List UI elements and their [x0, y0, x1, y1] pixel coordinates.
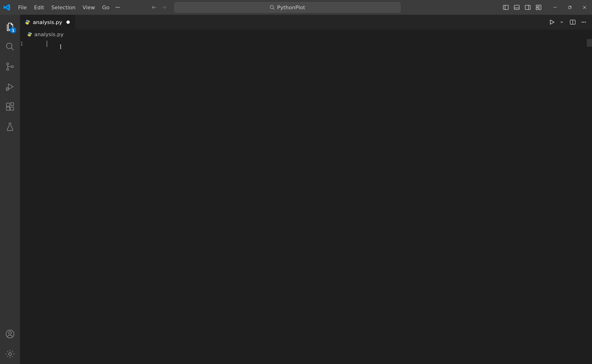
toggle-primary-sidebar-icon[interactable]: [501, 3, 511, 12]
activity-accounts[interactable]: [0, 324, 20, 344]
activity-source-control[interactable]: [0, 57, 20, 77]
svg-rect-11: [536, 8, 538, 10]
nav-back-icon[interactable]: [150, 3, 159, 12]
titlebar: File Edit Selection View Go PythonPlot: [0, 0, 592, 15]
line-number: 1: [20, 40, 36, 48]
menu-view[interactable]: View: [79, 3, 98, 12]
customize-layout-icon[interactable]: [534, 3, 543, 12]
python-file-icon: [25, 20, 30, 25]
toggle-secondary-sidebar-icon[interactable]: [523, 3, 533, 12]
svg-point-27: [9, 332, 11, 334]
svg-point-35: [585, 22, 586, 23]
workbench-body: 1: [0, 15, 592, 364]
svg-rect-23: [7, 107, 10, 110]
app-window: File Edit Selection View Go PythonPlot: [0, 0, 592, 364]
editor-area: analysis.py: [20, 15, 592, 364]
svg-rect-22: [7, 103, 10, 106]
breadcrumb[interactable]: analysis.py: [20, 30, 592, 39]
overview-ruler[interactable]: [587, 39, 592, 364]
svg-rect-6: [514, 5, 519, 10]
code-content[interactable]: I: [44, 39, 592, 364]
tab-analysis-py[interactable]: analysis.py: [20, 15, 75, 30]
svg-point-20: [11, 66, 13, 68]
svg-point-34: [583, 22, 584, 23]
svg-point-17: [7, 43, 12, 49]
window-restore-icon[interactable]: [562, 0, 577, 15]
editor-more-icon[interactable]: [579, 17, 589, 27]
activity-search[interactable]: [0, 37, 20, 57]
run-file-button[interactable]: [548, 19, 556, 26]
svg-point-19: [7, 69, 9, 71]
text-cursor-icon: [47, 41, 47, 47]
nav-forward-icon[interactable]: [160, 3, 169, 12]
svg-rect-25: [11, 103, 13, 105]
toggle-panel-icon[interactable]: [512, 3, 521, 12]
overview-thumb[interactable]: [587, 39, 592, 47]
activity-run-debug[interactable]: [0, 77, 20, 97]
menu-go[interactable]: Go: [99, 3, 113, 12]
breadcrumb-label: analysis.py: [34, 32, 64, 37]
activity-settings[interactable]: [0, 344, 20, 364]
menu-more-icon[interactable]: [113, 3, 122, 12]
nav-arrows: [150, 3, 169, 12]
svg-point-29: [26, 20, 27, 21]
command-center-search[interactable]: PythonPlot: [174, 2, 401, 13]
search-text: PythonPlot: [277, 5, 305, 11]
run-dropdown-icon[interactable]: [557, 17, 567, 27]
svg-point-36: [29, 32, 29, 33]
svg-point-37: [30, 35, 30, 36]
menu-bar: File Edit Selection View Go: [15, 3, 122, 12]
svg-point-33: [581, 22, 582, 23]
activity-testing[interactable]: [0, 117, 20, 137]
svg-rect-14: [568, 7, 571, 9]
editor-actions: [548, 15, 592, 30]
svg-point-0: [116, 7, 117, 8]
code-editor[interactable]: 1 I: [20, 39, 592, 364]
tab-dirty-indicator-icon[interactable]: [66, 20, 70, 24]
svg-point-1: [117, 7, 118, 8]
window-minimize-icon[interactable]: [548, 0, 562, 15]
split-editor-icon[interactable]: [568, 17, 578, 27]
svg-rect-12: [539, 5, 541, 10]
menu-file[interactable]: File: [15, 3, 30, 12]
search-icon: [270, 5, 275, 10]
svg-rect-8: [525, 5, 530, 10]
svg-rect-10: [536, 5, 538, 7]
activity-extensions[interactable]: [0, 97, 20, 117]
svg-rect-24: [11, 107, 13, 110]
code-line[interactable]: [44, 40, 592, 48]
svg-rect-4: [503, 5, 508, 10]
svg-point-28: [9, 353, 11, 355]
vscode-logo-icon: [3, 3, 11, 11]
svg-point-18: [7, 63, 9, 65]
svg-point-21: [6, 88, 8, 90]
editor-tabs: analysis.py: [20, 15, 592, 30]
svg-point-2: [119, 7, 120, 8]
python-file-icon: [27, 32, 32, 37]
menu-selection[interactable]: Selection: [48, 3, 78, 12]
svg-point-3: [270, 6, 273, 9]
activity-explorer[interactable]: 1: [0, 17, 20, 37]
window-controls: [548, 0, 592, 15]
layout-controls: [501, 3, 543, 12]
menu-edit[interactable]: Edit: [31, 3, 48, 12]
explorer-badge: 1: [10, 27, 16, 33]
tab-label: analysis.py: [33, 19, 62, 25]
svg-point-30: [28, 24, 28, 24]
line-number-gutter: 1: [20, 39, 44, 364]
activity-bar: 1: [0, 15, 20, 364]
window-close-icon[interactable]: [577, 0, 592, 15]
